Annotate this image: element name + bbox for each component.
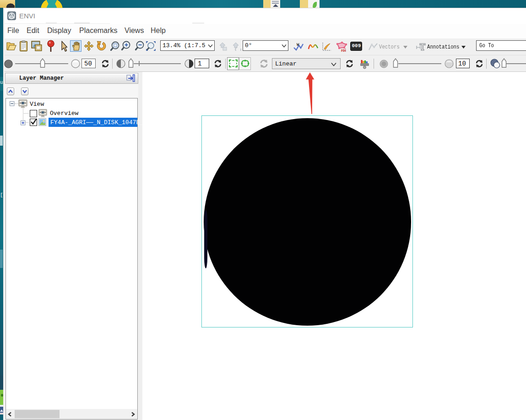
svg-text:roi: roi (341, 48, 346, 52)
svg-text:W: W (297, 43, 299, 47)
